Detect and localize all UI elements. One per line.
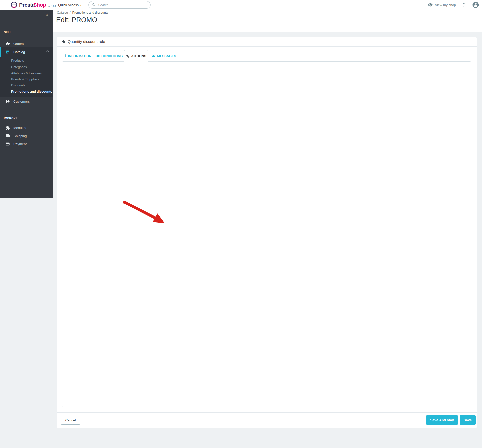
- page-title: Edit: PROMO: [56, 16, 97, 24]
- search-icon: [92, 3, 96, 7]
- card-footer-divider: [57, 412, 477, 413]
- logo-text-presta: Presta: [19, 2, 35, 8]
- customers-icon: [6, 99, 10, 104]
- prestashop-mascot-icon: [11, 2, 17, 8]
- sidebar-item-modules[interactable]: Modules: [0, 123, 53, 132]
- breadcrumb-current: Promotions and discounts: [72, 11, 108, 14]
- quick-access-menu[interactable]: Quick Access ▾: [58, 0, 81, 10]
- logo-text-shop: Shop: [33, 2, 46, 8]
- prestashop-admin-screen: PrestaShop 1.7.8.3 Quick Access ▾ View m…: [0, 0, 482, 448]
- main-sidebar: « SELL Orders Catalog Products Categorie…: [0, 10, 53, 198]
- orders-basket-icon: [6, 42, 10, 46]
- info-icon: i: [65, 54, 66, 58]
- sidebar-collapse-button[interactable]: «: [45, 12, 48, 17]
- content-header-strip: [53, 10, 482, 32]
- user-avatar[interactable]: [472, 1, 479, 9]
- wrench-icon: [126, 54, 129, 58]
- payment-card-icon: [6, 142, 10, 146]
- search-input[interactable]: [98, 3, 147, 7]
- shuffle-icon: ⇄: [96, 54, 100, 58]
- sidebar-item-discounts[interactable]: Discounts: [0, 82, 53, 88]
- tab-messages[interactable]: MESSAGES: [152, 50, 176, 62]
- tag-icon: [62, 40, 66, 44]
- sidebar-item-categories[interactable]: Categories: [0, 64, 53, 70]
- version-label: 1.7.8.3: [48, 4, 56, 7]
- eye-icon: [428, 2, 433, 7]
- global-search[interactable]: [88, 1, 151, 9]
- top-bar: PrestaShop 1.7.8.3 Quick Access ▾ View m…: [0, 0, 482, 10]
- shipping-truck-icon: [6, 134, 10, 138]
- envelope-icon: [152, 54, 155, 58]
- sidebar-item-catalog[interactable]: Catalog: [0, 47, 53, 57]
- prestashop-logo[interactable]: PrestaShop 1.7.8.3: [11, 1, 56, 9]
- sidebar-item-brands-suppliers[interactable]: Brands & Suppliers: [0, 76, 53, 82]
- breadcrumb-catalog[interactable]: Catalog: [57, 11, 68, 14]
- sidebar-divider: [4, 28, 49, 28]
- actions-tab-panel: [62, 61, 471, 407]
- tab-information[interactable]: i INFORMATION: [65, 50, 91, 62]
- sidebar-divider: [4, 112, 49, 112]
- sidebar-item-attributes-features[interactable]: Attributes & Features: [0, 70, 53, 76]
- sidebar-item-payment[interactable]: Payment: [0, 140, 53, 148]
- breadcrumb: Catalog / Promotions and discounts: [57, 11, 108, 14]
- notifications-bell-icon[interactable]: [461, 2, 466, 7]
- catalog-store-icon: [6, 50, 10, 54]
- sidebar-item-products[interactable]: Products: [0, 57, 53, 64]
- chevron-down-icon: ▾: [80, 4, 81, 6]
- sidebar-item-promotions-and-discounts[interactable]: Promotions and discounts: [0, 88, 53, 95]
- sidebar-section-sell: SELL: [4, 31, 12, 34]
- sidebar-item-customers[interactable]: Customers: [0, 97, 53, 106]
- tab-actions[interactable]: ACTIONS: [124, 50, 148, 62]
- modules-puzzle-icon: [6, 126, 10, 130]
- save-button[interactable]: Save: [460, 415, 476, 425]
- tab-conditions[interactable]: ⇄ CONDITIONS: [96, 50, 123, 62]
- view-my-shop-link[interactable]: View my shop: [428, 2, 456, 7]
- chevron-up-icon[interactable]: [46, 50, 49, 52]
- breadcrumb-separator: /: [70, 11, 70, 14]
- save-and-stay-button[interactable]: Save And stay: [426, 415, 458, 425]
- sidebar-item-shipping[interactable]: Shipping: [0, 132, 53, 140]
- sidebar-section-improve: IMPROVE: [4, 117, 18, 120]
- cancel-button[interactable]: Cancel: [61, 416, 80, 425]
- card-header: Quantity discount rule: [57, 37, 477, 47]
